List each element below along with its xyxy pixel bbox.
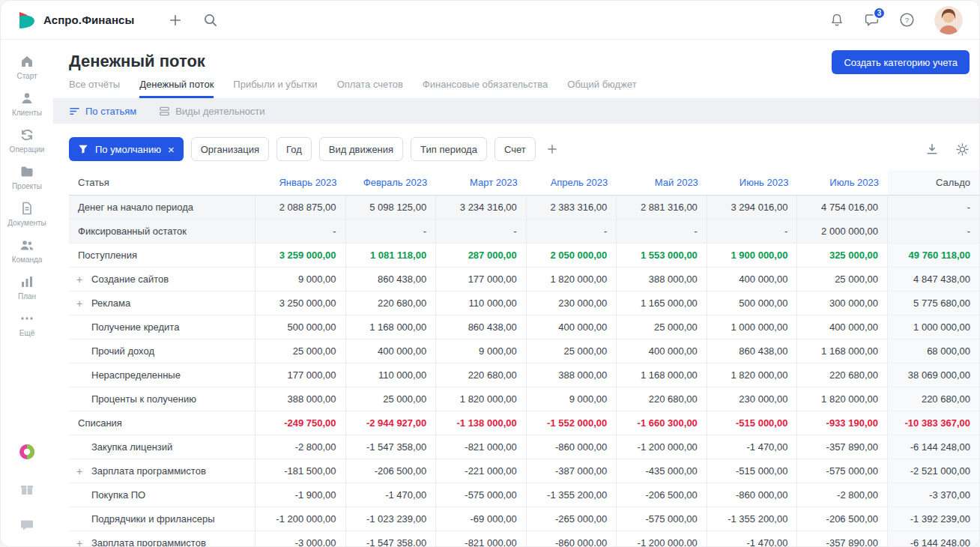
row-label: Получение кредита [91,321,179,333]
table-row[interactable]: Поступления3 259 000,001 081 118,00287 0… [69,244,979,268]
aspro-logo-icon[interactable] [17,10,37,30]
value-cell: -515 000,00 [707,459,798,483]
tab-profit-loss[interactable]: Прибыли и убытки [233,79,317,98]
sidebar-item-documents[interactable]: Документы [1,196,53,232]
value-cell: 220 680,00 [346,291,437,315]
sidebar-item-operations[interactable]: Операции [1,122,53,159]
table-row[interactable]: +Зарплата программистов-181 500,00-206 5… [69,459,979,483]
gear-icon[interactable] [955,142,970,157]
tab-all-reports[interactable]: Все отчёты [69,79,120,98]
expand-icon[interactable]: + [76,297,82,309]
value-cell: 177 000,00 [436,268,527,291]
filter-organization-button[interactable]: Организация [191,137,269,161]
expand-icon[interactable]: + [76,274,82,285]
value-cell: 230 000,00 [527,291,617,315]
filter-account-button[interactable]: Счет [494,137,536,161]
table-row[interactable]: +Создание сайтов9 000,00860 438,00177 00… [69,268,979,291]
row-label: Списания [78,417,122,429]
value-cell: -435 000,00 [617,459,707,483]
value-cell: -1 355 200,00 [527,483,617,507]
value-cell: -387 000,00 [527,459,617,483]
value-cell: -10 383 367,00 [888,411,979,435]
create-category-button[interactable]: Создать категорию учета [832,50,970,74]
table-row[interactable]: Получение кредита500 000,001 168 000,008… [69,315,979,339]
sidebar-item-plan[interactable]: План [1,269,53,306]
tab-invoice-payment[interactable]: Оплата счетов [337,79,403,98]
table-row[interactable]: Фиксированный остаток------2 000 000,00- [69,220,979,244]
download-icon[interactable] [925,142,939,156]
table-body: Денег на начало периода2 088 875,005 098… [69,196,979,546]
aspro-cloud-logo-icon[interactable] [18,443,36,464]
table-row[interactable]: Покупка ПО-1 900,00-1 470,00-575 000,00-… [69,483,979,507]
value-cell: 25 000,00 [617,315,707,339]
cash-flow-table: Статья Январь 2023 Февраль 2023 Март 202… [69,170,979,546]
value-cell: 500 000,00 [707,291,798,315]
layers-icon [159,106,170,117]
sidebar-item-team[interactable]: Команда [1,232,53,269]
expand-icon[interactable]: + [76,465,82,477]
chat-icon[interactable]: 3 [864,12,880,28]
subtab-activity-types[interactable]: Виды деятельности [159,106,264,117]
value-cell: -1 660 300,00 [617,411,707,435]
row-name-cell: Покупка ПО [69,483,255,507]
value-cell: 400 000,00 [527,315,617,339]
app-name: Аспро.Финансы [43,13,134,26]
value-cell: 177 000,00 [255,363,346,387]
table-row[interactable]: Подрядчики и фрилансеры-1 200 000,00-1 0… [69,507,979,531]
gift-icon[interactable] [19,482,34,500]
column-header-month: Май 2023 [617,170,707,195]
row-label: Фиксированный остаток [78,226,187,237]
remove-filter-icon[interactable]: × [168,144,175,155]
sidebar-item-more[interactable]: Ещё [1,306,53,342]
sidebar-item-clients[interactable]: Клиенты [1,85,53,122]
value-cell: -2 944 927,00 [346,411,437,435]
refresh-icon [19,127,34,142]
table-header: Статья Январь 2023 Февраль 2023 Март 202… [69,170,979,196]
table-row[interactable]: +Реклама3 250 000,00220 680,00110 000,00… [69,291,979,315]
active-filter-chip[interactable]: По умолчанию × [69,137,184,161]
sidebar-item-start[interactable]: Старт [1,49,53,85]
value-cell: 49 760 118,00 [888,244,979,267]
value-cell: 500 000,00 [255,315,346,339]
value-cell: 400 000,00 [617,339,707,363]
table-row[interactable]: Списания-249 750,00-2 944 927,00-1 138 0… [69,411,979,435]
sidebar: Старт Клиенты Операции Проекты Документы… [1,40,53,546]
sidebar-item-projects[interactable]: Проекты [1,159,53,196]
value-cell: 400 000,00 [707,268,798,291]
table-row[interactable]: Нераспределенные177 000,00110 000,00220 … [69,363,979,387]
filter-period-type-button[interactable]: Тип периода [411,137,487,161]
value-cell: 230 000,00 [707,387,798,411]
tab-cash-flow[interactable]: Денежный поток [139,79,214,98]
filter-year-button[interactable]: Год [276,137,312,161]
table-row[interactable]: Денег на начало периода2 088 875,005 098… [69,196,979,220]
table-row[interactable]: Закупка лицензий-2 800,00-1 547 358,00-8… [69,435,979,459]
add-filter-icon[interactable] [546,143,558,155]
help-icon[interactable]: ? [899,12,915,28]
table-row[interactable]: Проценты к получению388 000,0025 000,001… [69,387,979,411]
value-cell: 38 069 000,00 [888,363,979,387]
bell-icon[interactable] [829,13,844,28]
value-cell: - [888,220,979,243]
value-cell: 388 000,00 [255,387,346,411]
sidebar-item-label: Проекты [12,182,42,190]
subtab-by-articles[interactable]: По статьям [69,106,136,117]
row-name-cell: +Реклама [69,291,255,315]
filter-movement-type-button[interactable]: Вид движения [319,137,403,161]
search-icon[interactable] [203,13,217,27]
value-cell: -1 552 000,00 [527,411,617,435]
support-chat-icon[interactable] [19,518,34,536]
table-row[interactable]: Прочий доход25 000,00400 000,009 000,002… [69,339,979,363]
value-cell: 1 168 000,00 [617,363,707,387]
tab-general-budget[interactable]: Общий бюджет [567,79,636,98]
column-header-month: Июль 2023 [797,170,888,195]
value-cell: -1 392 239,00 [888,507,979,531]
subtab-label: По статьям [85,106,136,117]
tab-financial-obligations[interactable]: Финансовые обязательства [423,79,548,98]
table-row[interactable]: +Зарплата программистов-3 000,00-1 547 3… [69,531,979,546]
avatar[interactable] [934,6,963,34]
expand-icon[interactable]: + [76,537,82,547]
folder-icon [19,164,34,179]
create-plus-icon[interactable] [169,13,182,27]
row-label: Создание сайтов [91,274,169,285]
column-header-month: Июнь 2023 [707,170,798,195]
